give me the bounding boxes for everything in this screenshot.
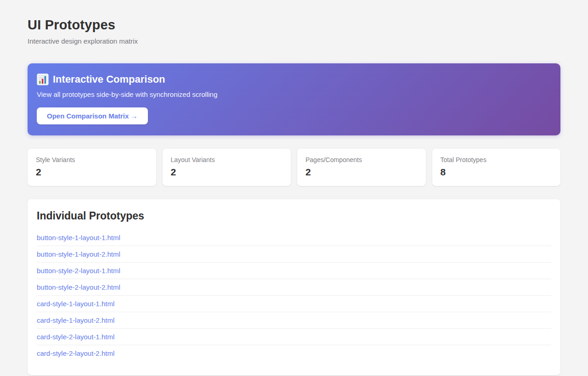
prototype-link[interactable]: button-style-1-layout-2.html — [37, 246, 551, 262]
prototype-link[interactable]: button-style-2-layout-2.html — [37, 279, 551, 295]
stat-card-pages-components: Pages/Components 2 — [297, 149, 426, 186]
stat-label: Layout Variants — [171, 156, 283, 163]
banner-description: View all prototypes side-by-side with sy… — [37, 90, 551, 98]
open-comparison-matrix-button[interactable]: Open Comparison Matrix → — [37, 107, 148, 124]
stat-card-layout-variants: Layout Variants 2 — [163, 149, 291, 186]
banner-title: Interactive Comparison — [37, 73, 551, 85]
comparison-banner: Interactive Comparison View all prototyp… — [28, 63, 560, 135]
list-item: button-style-1-layout-1.html — [37, 230, 551, 246]
page-container: UI Prototypes Interactive design explora… — [28, 0, 560, 376]
stat-label: Style Variants — [36, 156, 148, 163]
bar-chart-icon — [37, 73, 49, 85]
list-item: button-style-2-layout-2.html — [37, 279, 551, 296]
stat-value: 8 — [441, 167, 553, 178]
list-item: button-style-2-layout-1.html — [37, 263, 551, 279]
page-title: UI Prototypes — [28, 17, 560, 33]
individual-prototypes-heading: Individual Prototypes — [37, 210, 551, 222]
prototype-link[interactable]: card-style-1-layout-1.html — [37, 296, 551, 312]
list-item: card-style-1-layout-1.html — [37, 296, 551, 312]
stat-value: 2 — [305, 167, 418, 178]
stat-label: Pages/Components — [305, 156, 418, 163]
list-item: button-style-1-layout-2.html — [37, 246, 551, 263]
stats-grid: Style Variants 2 Layout Variants 2 Pages… — [28, 149, 560, 186]
page-subtitle: Interactive design exploration matrix — [28, 37, 560, 45]
prototype-link[interactable]: card-style-2-layout-1.html — [37, 329, 551, 345]
prototype-link-list: button-style-1-layout-1.html button-styl… — [37, 230, 551, 361]
list-item: card-style-2-layout-1.html — [37, 329, 551, 345]
stat-card-style-variants: Style Variants 2 — [28, 149, 156, 186]
list-item: card-style-1-layout-2.html — [37, 312, 551, 329]
stat-value: 2 — [36, 167, 148, 178]
prototype-link[interactable]: button-style-1-layout-1.html — [37, 230, 551, 246]
prototype-link[interactable]: card-style-2-layout-2.html — [37, 345, 551, 361]
prototype-link[interactable]: card-style-1-layout-2.html — [37, 312, 551, 328]
individual-prototypes-card: Individual Prototypes button-style-1-lay… — [28, 199, 560, 375]
stat-card-total-prototypes: Total Prototypes 8 — [432, 149, 561, 186]
banner-title-text: Interactive Comparison — [53, 73, 165, 85]
stat-label: Total Prototypes — [441, 156, 553, 163]
stat-value: 2 — [171, 167, 283, 178]
prototype-link[interactable]: button-style-2-layout-1.html — [37, 263, 551, 279]
list-item: card-style-2-layout-2.html — [37, 345, 551, 361]
